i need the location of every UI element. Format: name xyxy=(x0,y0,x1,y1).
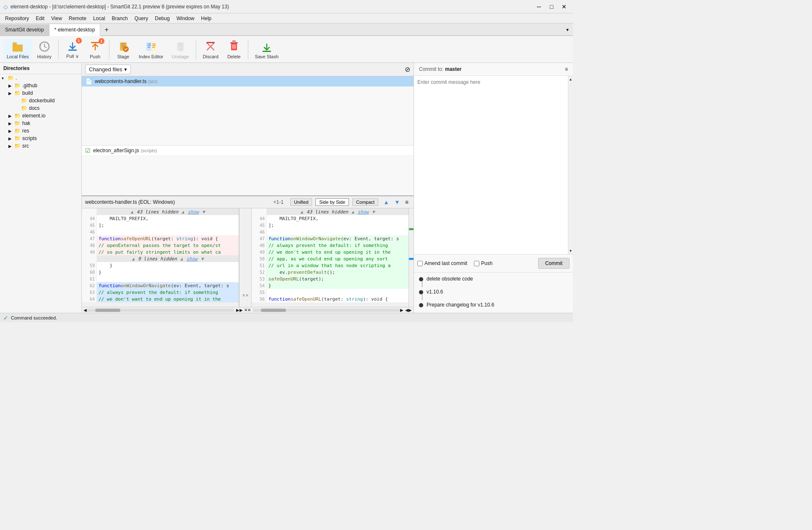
tab-add-button[interactable]: + xyxy=(100,24,112,35)
commit-button[interactable]: Commit xyxy=(538,258,570,269)
index-editor-icon xyxy=(144,40,158,53)
toolbar-sep-3 xyxy=(196,39,196,60)
toolbar-local-files[interactable]: Local Files xyxy=(3,39,32,60)
tree-item-github[interactable]: ▶ 📁 .github xyxy=(0,82,81,89)
commit-line-container xyxy=(419,302,423,307)
unified-view-button[interactable]: Unified xyxy=(290,198,312,206)
scroll-thumb[interactable] xyxy=(95,309,120,312)
line-content: function safeOpenURL(target: string): vo… xyxy=(97,235,239,242)
side-by-side-view-button[interactable]: Side by Side xyxy=(315,198,349,206)
tab-element-desktop[interactable]: * element-desktop xyxy=(49,24,101,36)
line-num: 44 xyxy=(252,215,267,222)
commit-header-menu-icon[interactable]: ≡ xyxy=(565,66,568,72)
push-checkbox-label[interactable]: Push xyxy=(474,260,492,266)
scroll-up-arrow[interactable]: ▲ xyxy=(568,76,573,83)
scroll-down-arrow[interactable]: ▼ xyxy=(568,247,573,254)
scroll-track-right[interactable] xyxy=(252,309,400,312)
diff-line-45-right: 45 ]; xyxy=(252,222,409,229)
scroll-arrows-mid[interactable]: ▶▶ ✕✕ xyxy=(234,308,252,312)
tree-item-docs[interactable]: ▶ 📁 docs xyxy=(0,104,81,112)
menu-debug[interactable]: Debug xyxy=(151,15,173,22)
prev-change-button[interactable]: ▲ xyxy=(382,198,391,206)
tree-item-build[interactable]: ▶ 📁 build xyxy=(0,89,81,97)
expand-down-icon[interactable]: ▼ xyxy=(202,209,205,215)
toolbar-push[interactable]: 1 Push xyxy=(85,39,106,60)
toolbar-index-editor[interactable]: Index Editor xyxy=(135,39,167,60)
expand-icon[interactable]: ▲ xyxy=(182,209,185,215)
tree-item-src[interactable]: ▶ 📁 src xyxy=(0,142,81,150)
tree-item-root[interactable]: ▾ 📁 . xyxy=(0,74,81,82)
menu-local[interactable]: Local xyxy=(90,15,109,22)
tree-item-hak[interactable]: ▶ 📁 hak xyxy=(0,120,81,127)
toolbar-discard[interactable]: Discard xyxy=(200,39,222,60)
tree-item-dockerbuild[interactable]: ▶ 📁 dockerbuild xyxy=(0,97,81,104)
menu-repository[interactable]: Repository xyxy=(2,15,32,22)
files-dropdown[interactable]: Changed files ▾ xyxy=(85,65,131,74)
toolbar-history[interactable]: History xyxy=(34,39,55,60)
expand-arrow: ▶ xyxy=(8,83,14,88)
scroll-left-arrow[interactable]: ◀ xyxy=(83,308,87,312)
toolbar-stage[interactable]: Stage xyxy=(113,39,134,60)
line-num: 45 xyxy=(82,222,97,229)
diff-right-scrollbar[interactable] xyxy=(409,208,414,307)
filter-icon[interactable]: ⊘ xyxy=(405,65,410,73)
file-item-electron[interactable]: ☑ electron_afterSign.js (scripts) xyxy=(82,145,414,156)
tree-item-label: build xyxy=(22,90,33,96)
expand-arrow: ▾ xyxy=(2,76,8,81)
diff-menu-button[interactable]: ≡ xyxy=(403,198,410,206)
menu-branch[interactable]: Branch xyxy=(109,15,131,22)
line-content: ▲ 43 lines hidden ▲ show ▼ xyxy=(267,208,409,215)
tree-item-element-io[interactable]: ▶ 📁 element.io xyxy=(0,112,81,120)
expand-up-icon[interactable]: ▲ xyxy=(130,209,133,215)
menu-window[interactable]: Window xyxy=(173,15,198,22)
amend-checkbox[interactable] xyxy=(417,261,423,266)
close-button[interactable]: ✕ xyxy=(559,3,570,11)
maximize-button[interactable]: □ xyxy=(546,3,557,11)
scroll-track-left[interactable] xyxy=(87,309,234,312)
diff-line-51-right: 51 // url in a window that has node scri… xyxy=(252,262,409,269)
tab-smartgit-develop[interactable]: SmartGit develop xyxy=(0,24,49,35)
expand-down-icon[interactable]: ▼ xyxy=(201,256,204,262)
menu-edit[interactable]: Edit xyxy=(32,15,48,22)
toolbar-unstage[interactable]: Unstage xyxy=(169,39,193,60)
diff-filename: webcontents-handler.ts (EOL: Windows) xyxy=(85,199,175,205)
tab-dropdown-button[interactable]: ▾ xyxy=(562,24,573,35)
show-link[interactable]: show xyxy=(358,209,369,215)
file-path: (scripts) xyxy=(141,148,157,153)
push-badge: 1 xyxy=(99,38,104,44)
expand-icon[interactable]: ▲ xyxy=(180,256,183,262)
expand-up-icon[interactable]: ▲ xyxy=(300,209,303,215)
menu-view[interactable]: View xyxy=(48,15,65,22)
main-area: Directories ▾ 📁 . ▶ 📁 .github ▶ 📁 build … xyxy=(0,63,573,313)
menubar: Repository Edit View Remote Local Branch… xyxy=(0,13,573,23)
scroll-right-arrow[interactable]: ▶ xyxy=(400,308,403,312)
diff-horizontal-scrollbar[interactable]: ◀ ▶▶ ✕✕ ▶ ◀▶ xyxy=(82,307,414,313)
expand-down-icon[interactable]: ▼ xyxy=(372,209,375,215)
show-link[interactable]: show xyxy=(188,209,199,215)
amend-checkbox-label[interactable]: Amend last commit xyxy=(417,260,467,266)
menu-remote[interactable]: Remote xyxy=(65,15,90,22)
tree-item-scripts[interactable]: ▶ 📁 scripts xyxy=(0,135,81,142)
diff-line-50-right: 50 // app, as we could end up opening an… xyxy=(252,255,409,262)
commit-message-input[interactable] xyxy=(414,76,568,254)
toolbar-save-stash[interactable]: Save Stash xyxy=(252,39,282,60)
menu-query[interactable]: Query xyxy=(131,15,152,22)
push-checkbox[interactable] xyxy=(474,261,479,266)
diff-line-54-right: 54 } xyxy=(252,282,409,289)
menu-help[interactable]: Help xyxy=(198,15,215,22)
scroll-end-arrows[interactable]: ◀▶ xyxy=(403,308,412,312)
expand-icon[interactable]: ▲ xyxy=(351,209,354,215)
tree-item-res[interactable]: ▶ 📁 res xyxy=(0,127,81,135)
scroll-thumb-right[interactable] xyxy=(261,309,286,312)
folder-icon: 📁 xyxy=(14,120,21,126)
commit-message-scrollbar[interactable]: ▲ ▼ xyxy=(568,76,573,254)
next-change-button[interactable]: ▼ xyxy=(393,198,402,206)
compact-view-button[interactable]: Compact xyxy=(352,198,378,206)
file-item-webcontents[interactable]: 📄 webcontents-handler.ts (src) xyxy=(82,76,414,87)
toolbar-delete[interactable]: Delete xyxy=(224,39,245,60)
toolbar-pull[interactable]: 1 Pull ∨ xyxy=(62,39,83,60)
expand-up-icon[interactable]: ▲ xyxy=(132,256,135,262)
show-link[interactable]: show xyxy=(186,256,198,262)
diff-line-44-right: 44 MAILTO_PREFIX, xyxy=(252,215,409,222)
minimize-button[interactable]: ─ xyxy=(534,3,544,11)
